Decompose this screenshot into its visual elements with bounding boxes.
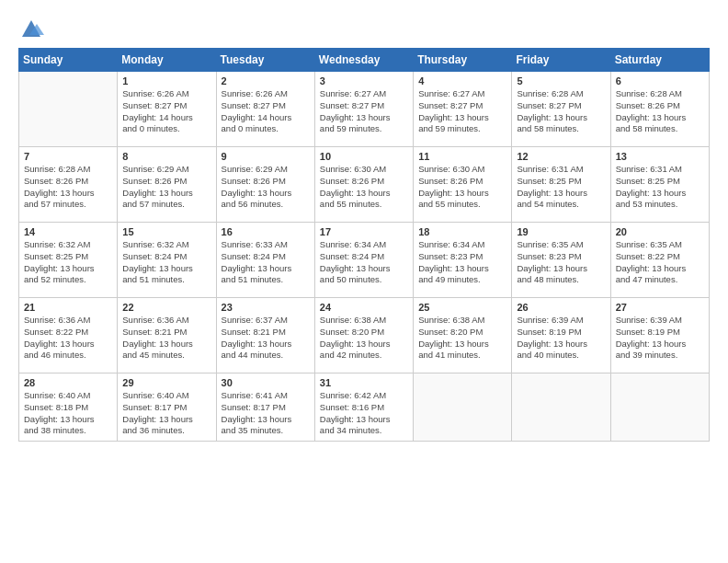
calendar-cell: 24Sunrise: 6:38 AMSunset: 8:20 PMDayligh…: [314, 298, 413, 373]
day-number: 23: [222, 302, 310, 313]
day-info: Sunrise: 6:36 AMSunset: 8:22 PMDaylight:…: [24, 315, 112, 362]
day-info: Sunrise: 6:34 AMSunset: 8:23 PMDaylight:…: [418, 239, 506, 286]
day-number: 25: [418, 302, 506, 313]
calendar-cell: 20Sunrise: 6:35 AMSunset: 8:22 PMDayligh…: [610, 223, 709, 298]
day-info: Sunrise: 6:42 AMSunset: 8:16 PMDaylight:…: [320, 390, 408, 437]
day-number: 8: [122, 151, 210, 162]
day-info: Sunrise: 6:39 AMSunset: 8:19 PMDaylight:…: [616, 315, 704, 362]
day-number: 19: [517, 226, 605, 237]
day-number: 21: [24, 302, 112, 313]
calendar-cell: 14Sunrise: 6:32 AMSunset: 8:25 PMDayligh…: [19, 223, 118, 298]
calendar-cell: 31Sunrise: 6:42 AMSunset: 8:16 PMDayligh…: [314, 373, 413, 442]
calendar-cell: 11Sunrise: 6:30 AMSunset: 8:26 PMDayligh…: [414, 147, 512, 223]
day-info: Sunrise: 6:29 AMSunset: 8:26 PMDaylight:…: [222, 164, 310, 211]
day-number: 22: [122, 302, 210, 313]
day-number: 2: [222, 75, 310, 86]
calendar-cell: [19, 72, 118, 147]
day-info: Sunrise: 6:32 AMSunset: 8:25 PMDaylight:…: [24, 239, 112, 286]
calendar-cell: 9Sunrise: 6:29 AMSunset: 8:26 PMDaylight…: [216, 147, 314, 223]
day-info: Sunrise: 6:28 AMSunset: 8:26 PMDaylight:…: [616, 88, 704, 135]
calendar-cell: 8Sunrise: 6:29 AMSunset: 8:26 PMDaylight…: [118, 147, 216, 223]
calendar-cell: 17Sunrise: 6:34 AMSunset: 8:24 PMDayligh…: [314, 223, 413, 298]
day-number: 16: [222, 226, 310, 237]
calendar-cell: 12Sunrise: 6:31 AMSunset: 8:25 PMDayligh…: [512, 147, 610, 223]
calendar-cell: 21Sunrise: 6:36 AMSunset: 8:22 PMDayligh…: [19, 298, 118, 373]
day-number: 24: [320, 302, 408, 313]
day-header-thursday: Thursday: [414, 49, 512, 72]
day-number: 7: [24, 151, 112, 162]
day-info: Sunrise: 6:39 AMSunset: 8:19 PMDaylight:…: [517, 315, 605, 362]
calendar-cell: 1Sunrise: 6:26 AMSunset: 8:27 PMDaylight…: [118, 72, 216, 147]
day-info: Sunrise: 6:37 AMSunset: 8:21 PMDaylight:…: [222, 315, 310, 362]
calendar-cell: [610, 373, 709, 442]
day-info: Sunrise: 6:35 AMSunset: 8:23 PMDaylight:…: [517, 239, 605, 286]
calendar-cell: 28Sunrise: 6:40 AMSunset: 8:18 PMDayligh…: [19, 373, 118, 442]
calendar-cell: 26Sunrise: 6:39 AMSunset: 8:19 PMDayligh…: [512, 298, 610, 373]
calendar-cell: 16Sunrise: 6:33 AMSunset: 8:24 PMDayligh…: [216, 223, 314, 298]
day-number: 28: [24, 377, 112, 388]
day-info: Sunrise: 6:31 AMSunset: 8:25 PMDaylight:…: [616, 164, 704, 211]
day-info: Sunrise: 6:34 AMSunset: 8:24 PMDaylight:…: [320, 239, 408, 286]
day-info: Sunrise: 6:27 AMSunset: 8:27 PMDaylight:…: [320, 88, 408, 135]
logo-icon: [18, 17, 44, 42]
calendar-cell: [512, 373, 610, 442]
calendar-cell: 25Sunrise: 6:38 AMSunset: 8:20 PMDayligh…: [414, 298, 512, 373]
calendar-cell: 3Sunrise: 6:27 AMSunset: 8:27 PMDaylight…: [314, 72, 413, 147]
calendar-cell: 13Sunrise: 6:31 AMSunset: 8:25 PMDayligh…: [610, 147, 709, 223]
calendar-cell: 5Sunrise: 6:28 AMSunset: 8:27 PMDaylight…: [512, 72, 610, 147]
day-number: 1: [122, 75, 210, 86]
calendar-cell: 15Sunrise: 6:32 AMSunset: 8:24 PMDayligh…: [118, 223, 216, 298]
day-info: Sunrise: 6:36 AMSunset: 8:21 PMDaylight:…: [122, 315, 210, 362]
day-info: Sunrise: 6:28 AMSunset: 8:27 PMDaylight:…: [517, 88, 605, 135]
day-number: 17: [320, 226, 408, 237]
day-number: 9: [222, 151, 310, 162]
day-info: Sunrise: 6:41 AMSunset: 8:17 PMDaylight:…: [222, 390, 310, 437]
calendar-cell: 22Sunrise: 6:36 AMSunset: 8:21 PMDayligh…: [118, 298, 216, 373]
calendar-week-row: 1Sunrise: 6:26 AMSunset: 8:27 PMDaylight…: [19, 72, 710, 147]
day-number: 4: [418, 75, 506, 86]
calendar-cell: 6Sunrise: 6:28 AMSunset: 8:26 PMDaylight…: [610, 72, 709, 147]
calendar-cell: 23Sunrise: 6:37 AMSunset: 8:21 PMDayligh…: [216, 298, 314, 373]
day-info: Sunrise: 6:38 AMSunset: 8:20 PMDaylight:…: [320, 315, 408, 362]
calendar-cell: 7Sunrise: 6:28 AMSunset: 8:26 PMDaylight…: [19, 147, 118, 223]
day-number: 20: [616, 226, 704, 237]
calendar-header-row: SundayMondayTuesdayWednesdayThursdayFrid…: [19, 49, 710, 72]
day-number: 30: [222, 377, 310, 388]
day-info: Sunrise: 6:40 AMSunset: 8:18 PMDaylight:…: [24, 390, 112, 437]
day-info: Sunrise: 6:27 AMSunset: 8:27 PMDaylight:…: [418, 88, 506, 135]
calendar-cell: 19Sunrise: 6:35 AMSunset: 8:23 PMDayligh…: [512, 223, 610, 298]
calendar-cell: 18Sunrise: 6:34 AMSunset: 8:23 PMDayligh…: [414, 223, 512, 298]
day-header-wednesday: Wednesday: [314, 49, 413, 72]
day-number: 11: [418, 151, 506, 162]
calendar-cell: 29Sunrise: 6:40 AMSunset: 8:17 PMDayligh…: [118, 373, 216, 442]
calendar-cell: 10Sunrise: 6:30 AMSunset: 8:26 PMDayligh…: [314, 147, 413, 223]
logo: [18, 17, 46, 42]
calendar-week-row: 14Sunrise: 6:32 AMSunset: 8:25 PMDayligh…: [19, 223, 710, 298]
day-number: 12: [517, 151, 605, 162]
calendar-cell: 2Sunrise: 6:26 AMSunset: 8:27 PMDaylight…: [216, 72, 314, 147]
day-number: 3: [320, 75, 408, 86]
calendar-week-row: 7Sunrise: 6:28 AMSunset: 8:26 PMDaylight…: [19, 147, 710, 223]
day-info: Sunrise: 6:35 AMSunset: 8:22 PMDaylight:…: [616, 239, 704, 286]
day-header-sunday: Sunday: [19, 49, 118, 72]
day-info: Sunrise: 6:30 AMSunset: 8:26 PMDaylight:…: [320, 164, 408, 211]
day-number: 15: [122, 226, 210, 237]
calendar-cell: 4Sunrise: 6:27 AMSunset: 8:27 PMDaylight…: [414, 72, 512, 147]
day-number: 10: [320, 151, 408, 162]
calendar-week-row: 21Sunrise: 6:36 AMSunset: 8:22 PMDayligh…: [19, 298, 710, 373]
day-info: Sunrise: 6:26 AMSunset: 8:27 PMDaylight:…: [222, 88, 310, 135]
day-number: 29: [122, 377, 210, 388]
calendar-cell: 30Sunrise: 6:41 AMSunset: 8:17 PMDayligh…: [216, 373, 314, 442]
day-number: 26: [517, 302, 605, 313]
header: [18, 17, 710, 42]
calendar-week-row: 28Sunrise: 6:40 AMSunset: 8:18 PMDayligh…: [19, 373, 710, 442]
day-info: Sunrise: 6:28 AMSunset: 8:26 PMDaylight:…: [24, 164, 112, 211]
day-info: Sunrise: 6:38 AMSunset: 8:20 PMDaylight:…: [418, 315, 506, 362]
day-info: Sunrise: 6:26 AMSunset: 8:27 PMDaylight:…: [122, 88, 210, 135]
day-info: Sunrise: 6:40 AMSunset: 8:17 PMDaylight:…: [122, 390, 210, 437]
day-number: 5: [517, 75, 605, 86]
calendar-cell: 27Sunrise: 6:39 AMSunset: 8:19 PMDayligh…: [610, 298, 709, 373]
day-header-monday: Monday: [118, 49, 216, 72]
day-number: 27: [616, 302, 704, 313]
day-number: 14: [24, 226, 112, 237]
